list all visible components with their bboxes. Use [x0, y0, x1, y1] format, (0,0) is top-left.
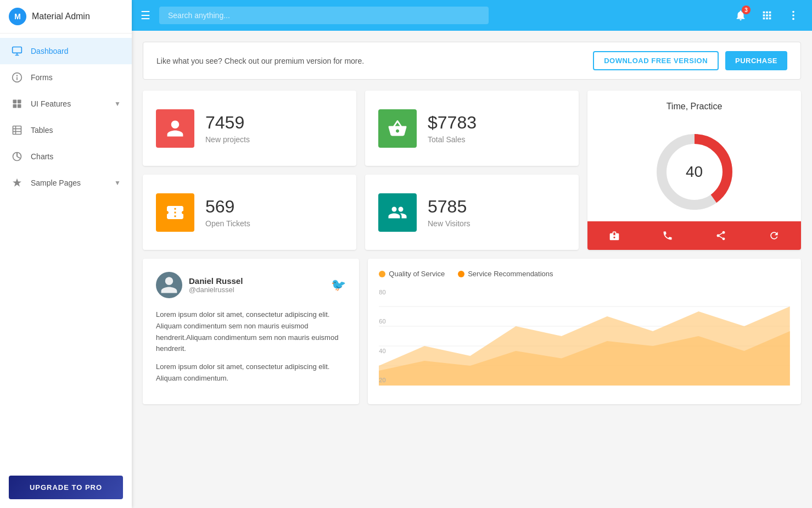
stat-value-open-tickets: 569	[205, 197, 250, 217]
stat-info-total-sales: $7783 Total Sales	[428, 113, 477, 144]
chart-card: Quality of Service Service Recommendatio…	[368, 259, 801, 404]
search-input[interactable]	[159, 7, 489, 24]
upgrade-button[interactable]: UPGRADE TO PRO	[9, 476, 123, 499]
donut-chart-area: 40	[587, 122, 801, 221]
sidebar-logo: M Material Admin	[0, 0, 132, 34]
new-projects-icon	[156, 109, 194, 148]
stat-card-new-projects: 7459 New projects	[143, 91, 356, 166]
apps-button[interactable]	[757, 5, 777, 25]
svg-rect-0	[13, 47, 22, 53]
sidebar: M Material Admin Dashboard Forms UI Feat…	[0, 0, 132, 508]
more-options-button[interactable]	[783, 5, 803, 25]
sidebar-item-forms[interactable]: Forms	[0, 64, 132, 91]
sidebar-label-tables: Tables	[31, 126, 53, 135]
sidebar-label-charts: Charts	[31, 152, 53, 161]
donut-chart: 40	[651, 128, 738, 216]
charts-icon	[11, 150, 23, 163]
notification-badge: 3	[742, 5, 751, 14]
sample-pages-icon	[11, 177, 23, 189]
sidebar-nav: Dashboard Forms UI Features ▼ Tables	[0, 34, 132, 467]
stat-label-open-tickets: Open Tickets	[205, 219, 250, 228]
svg-point-15	[792, 18, 794, 20]
donut-share-button[interactable]	[695, 221, 748, 250]
chevron-down-icon: ▼	[114, 100, 121, 108]
bottom-grid: Daniel Russel @danielrussel 🐦 Lorem ipsu…	[143, 259, 801, 404]
topbar: ☰ 3	[132, 0, 812, 31]
sidebar-label-sample-pages: Sample Pages	[31, 178, 81, 187]
svg-point-14	[792, 14, 794, 16]
sidebar-item-tables[interactable]: Tables	[0, 117, 132, 143]
stat-card-open-tickets: 569 Open Tickets	[143, 175, 356, 250]
twitter-icon: 🐦	[331, 278, 346, 292]
donut-phone-button[interactable]	[641, 221, 694, 250]
legend-label-quality: Quality of Service	[389, 270, 445, 278]
stat-card-total-sales: $7783 Total Sales	[365, 91, 579, 166]
stat-info-new-visitors: 5785 New Visitors	[428, 197, 471, 228]
stat-info-new-projects: 7459 New projects	[205, 113, 250, 144]
chevron-down-icon-2: ▼	[114, 179, 121, 187]
notification-button[interactable]: 3	[731, 5, 751, 25]
ui-features-icon	[11, 98, 23, 110]
tweet-user-info: Daniel Russel @danielrussel	[189, 276, 331, 294]
purchase-button[interactable]: PURCHASE	[725, 51, 787, 70]
stat-value-new-visitors: 5785	[428, 197, 471, 217]
svg-rect-4	[13, 100, 17, 104]
svg-rect-6	[13, 104, 17, 108]
legend-item-quality: Quality of Service	[379, 270, 445, 278]
menu-button[interactable]: ☰	[141, 9, 150, 22]
y-label-20: 20	[379, 377, 385, 383]
tables-icon	[11, 124, 23, 136]
chart-legend: Quality of Service Service Recommendatio…	[379, 270, 790, 278]
tweet-avatar	[156, 272, 182, 298]
monitor-icon	[11, 45, 23, 57]
stat-value-new-projects: 7459	[205, 113, 250, 133]
svg-rect-8	[13, 126, 21, 135]
logo-circle: M	[9, 8, 26, 25]
main-area: ☰ 3 Like what you see? Check out our pre…	[132, 0, 812, 508]
donut-title: Time, Practice	[587, 91, 801, 122]
promo-bar: Like what you see? Check out our premium…	[143, 42, 801, 80]
sidebar-item-sample-pages[interactable]: Sample Pages ▼	[0, 170, 132, 196]
legend-label-recommendations: Service Recommendations	[468, 270, 553, 278]
topbar-actions: 3	[731, 5, 803, 25]
sidebar-item-ui-features[interactable]: UI Features ▼	[0, 91, 132, 117]
stat-card-new-visitors: 5785 New Visitors	[365, 175, 579, 250]
open-tickets-icon	[156, 193, 194, 232]
stat-info-open-tickets: 569 Open Tickets	[205, 197, 250, 228]
tweet-body-1: Lorem ipsum dolor sit amet, consectetur …	[156, 309, 346, 355]
chart-area: 80 60 40 20	[379, 287, 790, 386]
tweet-body-2: Lorem ipsum dolor sit amet, consectetur …	[156, 361, 346, 384]
new-visitors-icon	[378, 193, 417, 232]
y-label-40: 40	[379, 348, 385, 354]
sidebar-label-ui-features: UI Features	[31, 99, 71, 108]
sidebar-item-dashboard[interactable]: Dashboard	[0, 38, 132, 64]
legend-dot-quality	[379, 271, 385, 277]
donut-actions	[587, 221, 801, 250]
y-label-80: 80	[379, 289, 385, 295]
tweet-header: Daniel Russel @danielrussel 🐦	[156, 272, 346, 298]
sidebar-label-forms: Forms	[31, 73, 53, 82]
donut-refresh-button[interactable]	[748, 221, 801, 250]
forms-icon	[11, 71, 23, 83]
total-sales-icon	[378, 109, 417, 148]
svg-rect-5	[18, 100, 21, 104]
y-label-60: 60	[379, 318, 385, 325]
stat-label-new-projects: New projects	[205, 135, 250, 144]
sidebar-label-dashboard: Dashboard	[31, 47, 69, 55]
svg-rect-3	[16, 77, 18, 80]
tweet-handle: @danielrussel	[189, 286, 331, 294]
app-name: Material Admin	[32, 12, 90, 21]
donut-card: Time, Practice 40	[587, 91, 801, 250]
donut-briefcase-button[interactable]	[587, 221, 641, 250]
y-axis-labels: 80 60 40 20	[379, 287, 385, 386]
sidebar-item-charts[interactable]: Charts	[0, 143, 132, 170]
legend-dot-recommendations	[458, 271, 464, 277]
tweet-username: Daniel Russel	[189, 276, 331, 286]
stat-label-new-visitors: New Visitors	[428, 219, 471, 228]
download-free-button[interactable]: DOWNLOAD FREE VERSION	[593, 51, 719, 70]
content-area: Like what you see? Check out our premium…	[132, 31, 812, 508]
legend-item-recommendations: Service Recommendations	[458, 270, 553, 278]
donut-value: 40	[686, 163, 703, 181]
stat-label-total-sales: Total Sales	[428, 135, 477, 144]
stats-grid: 7459 New projects $7783 Total Sales Time…	[143, 91, 801, 250]
